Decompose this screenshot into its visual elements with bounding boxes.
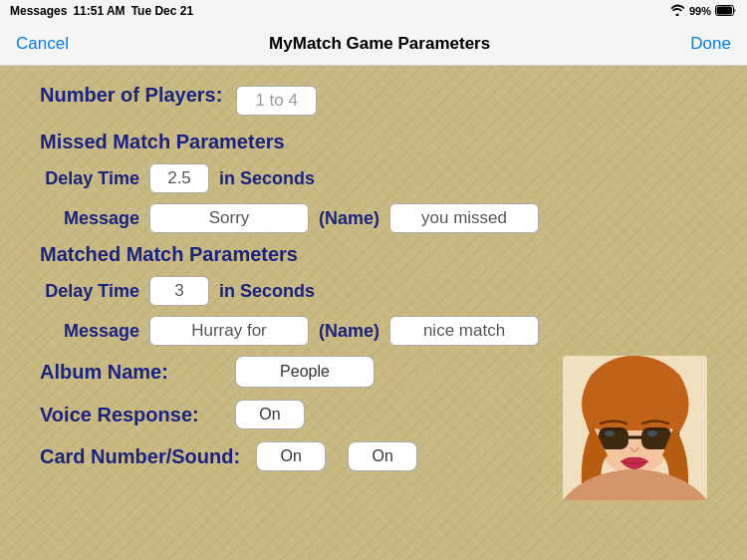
time: 11:51 AM <box>73 4 124 18</box>
voice-on-button[interactable]: On <box>235 400 305 429</box>
num-players-value[interactable]: 1 to 4 <box>236 86 317 116</box>
missed-match-title: Missed Match Parameters <box>40 131 707 153</box>
matched-after-input[interactable]: nice match <box>389 316 539 346</box>
card-row: Card Number/Sound: On On <box>40 441 553 471</box>
avatar-container <box>563 356 707 500</box>
album-button[interactable]: People <box>235 356 374 388</box>
num-players-label: Number of Players: <box>40 84 222 107</box>
matched-match-title: Matched Match Parameters <box>40 243 707 266</box>
card-label: Card Number/Sound: <box>40 445 240 468</box>
matched-delay-label: Delay Time <box>40 281 139 302</box>
svg-rect-1 <box>717 6 733 14</box>
battery-text: 99% <box>689 5 711 17</box>
num-players-row: Number of Players: 1 to 4 <box>40 84 707 117</box>
nav-bar: Cancel MyMatch Game Parameters Done <box>0 22 747 66</box>
status-left: Messages 11:51 AM Tue Dec 21 <box>10 4 193 18</box>
missed-delay-row: Delay Time 2.5 in Seconds <box>40 163 707 193</box>
status-bar: Messages 11:51 AM Tue Dec 21 99% <box>0 0 747 22</box>
missed-after-input[interactable]: you missed <box>389 203 539 233</box>
matched-delay-row: Delay Time 3 in Seconds <box>40 276 707 306</box>
date: Tue Dec 21 <box>131 4 193 18</box>
card-on-button-2[interactable]: On <box>348 441 417 471</box>
matched-match-section: Matched Match Parameters Delay Time 3 in… <box>40 243 707 346</box>
nav-title: MyMatch Game Parameters <box>269 34 490 54</box>
app-name: Messages <box>10 4 67 18</box>
status-right: 99% <box>669 4 737 18</box>
content: Number of Players: 1 to 4 Missed Match P… <box>0 66 747 560</box>
bottom-left: Album Name: People Voice Response: On Ca… <box>40 356 553 483</box>
svg-point-14 <box>647 430 657 436</box>
matched-message-row: Message Hurray for (Name) nice match <box>40 316 707 346</box>
wifi-icon <box>669 4 685 18</box>
matched-delay-input[interactable]: 3 <box>149 276 209 306</box>
missed-match-section: Missed Match Parameters Delay Time 2.5 i… <box>40 131 707 233</box>
album-row: Album Name: People <box>40 356 553 388</box>
bottom-section: Album Name: People Voice Response: On Ca… <box>40 356 707 500</box>
album-label: Album Name: <box>40 361 219 384</box>
battery-icon <box>715 5 737 18</box>
matched-name-placeholder: (Name) <box>319 321 379 342</box>
svg-rect-8 <box>599 427 628 449</box>
missed-message-label: Message <box>40 208 139 229</box>
missed-delay-label: Delay Time <box>40 168 139 189</box>
card-on-button-1[interactable]: On <box>256 441 326 471</box>
matched-message-input[interactable]: Hurray for <box>149 316 309 346</box>
cancel-button[interactable]: Cancel <box>16 34 69 54</box>
missed-message-input[interactable]: Sorry <box>149 203 309 233</box>
missed-name-placeholder: (Name) <box>319 208 379 229</box>
matched-in-seconds: in Seconds <box>219 281 315 302</box>
matched-message-label: Message <box>40 321 139 342</box>
missed-message-row: Message Sorry (Name) you missed <box>40 203 707 233</box>
voice-label: Voice Response: <box>40 404 219 426</box>
voice-row: Voice Response: On <box>40 400 553 429</box>
missed-in-seconds: in Seconds <box>219 168 315 189</box>
avatar-image <box>563 356 707 500</box>
svg-point-13 <box>605 430 615 436</box>
done-button[interactable]: Done <box>690 34 731 54</box>
missed-delay-input[interactable]: 2.5 <box>149 163 209 193</box>
